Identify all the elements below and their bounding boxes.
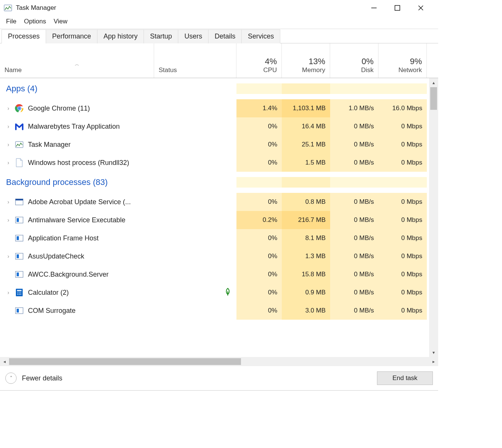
malwarebytes-icon bbox=[14, 122, 24, 131]
cell-status bbox=[154, 302, 236, 320]
task-manager-window: Task Manager File Options View Processes… bbox=[0, 0, 438, 391]
cell-status bbox=[154, 211, 236, 229]
table-row[interactable]: ›AsusUpdateCheck0%1.3 MB0 MB/s0 Mbps bbox=[0, 247, 427, 265]
header-cpu[interactable]: 4% CPU bbox=[236, 43, 282, 78]
maximize-button[interactable] bbox=[391, 2, 403, 14]
end-task-button[interactable]: End task bbox=[377, 371, 433, 385]
menu-options[interactable]: Options bbox=[21, 17, 49, 26]
expand-icon[interactable]: › bbox=[5, 289, 12, 296]
cell-cpu: 0% bbox=[236, 247, 282, 265]
tab-processes[interactable]: Processes bbox=[2, 29, 46, 43]
cell-name: AWCC.Background.Server bbox=[0, 265, 154, 283]
tab-startup[interactable]: Startup bbox=[144, 29, 178, 43]
cell-mem: 15.8 MB bbox=[282, 265, 330, 283]
cell-net: 0 Mbps bbox=[378, 302, 427, 320]
cell-name: Application Frame Host bbox=[0, 229, 154, 247]
process-name: Windows host process (Rundll32) bbox=[28, 159, 129, 167]
svg-point-23 bbox=[19, 293, 20, 294]
tab-app-history[interactable]: App history bbox=[97, 29, 144, 43]
app-icon bbox=[4, 4, 12, 12]
table-row[interactable]: ›Windows host process (Rundll32)0%1.5 MB… bbox=[0, 154, 427, 172]
header-memory[interactable]: 13% Memory bbox=[282, 43, 330, 78]
tab-users[interactable]: Users bbox=[178, 29, 209, 43]
table-row[interactable]: ›Malwarebytes Tray Application0%16.4 MB0… bbox=[0, 117, 427, 135]
hscroll-track[interactable] bbox=[9, 357, 429, 366]
menu-file[interactable]: File bbox=[3, 17, 19, 26]
fewer-details-button[interactable]: ˄ Fewer details bbox=[5, 373, 62, 384]
cell-mem: 216.7 MB bbox=[282, 211, 330, 229]
expand-icon[interactable]: › bbox=[5, 105, 12, 111]
cell-disk: 0 MB/s bbox=[330, 117, 378, 135]
table-row[interactable]: ›Task Manager0%25.1 MB0 MB/s0 Mbps bbox=[0, 135, 427, 154]
expand-icon[interactable]: › bbox=[5, 199, 12, 205]
svg-point-27 bbox=[20, 294, 22, 295]
cell-status bbox=[154, 283, 236, 302]
header-network[interactable]: 9% Network bbox=[378, 43, 427, 78]
cell-mem: 8.1 MB bbox=[282, 229, 330, 247]
service-icon bbox=[14, 269, 24, 279]
close-button[interactable] bbox=[415, 2, 427, 14]
hscroll-thumb[interactable] bbox=[9, 358, 241, 365]
vertical-scrollbar[interactable]: ▴ ▾ bbox=[429, 78, 438, 357]
scroll-down-icon[interactable]: ▾ bbox=[429, 348, 438, 357]
leaf-icon bbox=[224, 288, 231, 298]
cell-name: ›AsusUpdateCheck bbox=[0, 247, 154, 265]
process-name: COM Surrogate bbox=[28, 307, 76, 315]
minimize-button[interactable] bbox=[368, 2, 380, 14]
header-disk[interactable]: 0% Disk bbox=[330, 43, 378, 78]
expand-icon[interactable]: › bbox=[5, 123, 12, 129]
process-name: Antimalware Service Executable bbox=[28, 216, 125, 224]
process-list-wrap: Apps (4)›Google Chrome (11)1.4%1,103.1 M… bbox=[0, 78, 438, 357]
tab-performance[interactable]: Performance bbox=[46, 29, 97, 43]
menubar: File Options View bbox=[0, 16, 438, 27]
header-name-label: Name bbox=[5, 66, 149, 74]
table-row[interactable]: ›Adobe Acrobat Update Service (...0%0.8 … bbox=[0, 193, 427, 211]
svg-point-24 bbox=[20, 293, 22, 294]
chevron-up-icon: ˄ bbox=[5, 373, 17, 384]
service-icon bbox=[14, 251, 24, 261]
menu-view[interactable]: View bbox=[51, 17, 71, 26]
svg-point-26 bbox=[19, 294, 20, 295]
expand-icon[interactable]: › bbox=[5, 217, 12, 223]
scroll-thumb[interactable] bbox=[430, 87, 437, 110]
header-cpu-percent: 4% bbox=[265, 57, 277, 66]
cell-name: ›Google Chrome (11) bbox=[0, 99, 154, 117]
cell-mem: 0.9 MB bbox=[282, 283, 330, 302]
table-row[interactable]: ›Google Chrome (11)1.4%1,103.1 MB1.0 MB/… bbox=[0, 99, 427, 117]
cell-cpu: 0% bbox=[236, 135, 282, 154]
expand-icon[interactable]: › bbox=[5, 253, 12, 259]
header-name[interactable]: ︿ Name bbox=[0, 43, 154, 78]
expand-icon[interactable]: › bbox=[5, 160, 12, 166]
scroll-right-icon[interactable]: ▸ bbox=[429, 357, 438, 366]
horizontal-scrollbar[interactable]: ◂ ▸ bbox=[0, 357, 438, 366]
cell-name: ›Adobe Acrobat Update Service (... bbox=[0, 193, 154, 211]
cell-mem: 1.3 MB bbox=[282, 247, 330, 265]
cell-name: ›Task Manager bbox=[0, 135, 154, 154]
header-network-label: Network bbox=[399, 66, 422, 74]
fewer-details-label: Fewer details bbox=[22, 374, 62, 382]
tab-services[interactable]: Services bbox=[241, 29, 280, 43]
cell-status bbox=[154, 247, 236, 265]
table-row[interactable]: AWCC.Background.Server0%15.8 MB0 MB/s0 M… bbox=[0, 265, 427, 283]
group-header-label: Apps (4) bbox=[6, 84, 37, 94]
cell-cpu: 0% bbox=[236, 117, 282, 135]
cell-status bbox=[154, 154, 236, 172]
header-status[interactable]: Status bbox=[154, 43, 236, 78]
tab-details[interactable]: Details bbox=[208, 29, 242, 43]
cell-disk: 0 MB/s bbox=[330, 302, 378, 320]
cell-net: 16.0 Mbps bbox=[378, 99, 427, 117]
cell-status bbox=[154, 193, 236, 211]
cell-mem: 25.1 MB bbox=[282, 135, 330, 154]
cell-net: 0 Mbps bbox=[378, 193, 427, 211]
header-memory-percent: 13% bbox=[309, 57, 325, 66]
expand-icon[interactable]: › bbox=[5, 142, 12, 148]
scroll-left-icon[interactable]: ◂ bbox=[0, 357, 9, 366]
table-row[interactable]: ›Calculator (2)0%0.9 MB0 MB/s0 Mbps bbox=[0, 283, 427, 302]
cell-disk: 0 MB/s bbox=[330, 283, 378, 302]
scroll-up-icon[interactable]: ▴ bbox=[429, 78, 438, 87]
table-row[interactable]: ›Antimalware Service Executable0.2%216.7… bbox=[0, 211, 427, 229]
table-row[interactable]: COM Surrogate0%3.0 MB0 MB/s0 Mbps bbox=[0, 302, 427, 320]
column-headers: ︿ Name Status 4% CPU 13% Memory 0% Disk … bbox=[0, 43, 438, 78]
table-row[interactable]: Application Frame Host0%8.1 MB0 MB/s0 Mb… bbox=[0, 229, 427, 247]
svg-rect-19 bbox=[17, 272, 19, 276]
